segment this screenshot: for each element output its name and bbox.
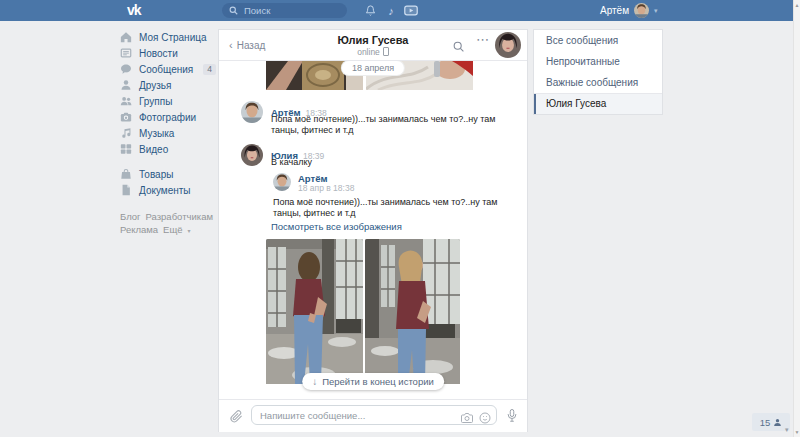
camera-icon[interactable] [461,410,473,428]
chevron-down-icon: ▾ [654,7,658,15]
chat-actions-menu-icon[interactable]: ⋯ [476,32,489,47]
music-icon [120,127,132,139]
messages-filter-menu: Все сообщения Непрочитанные Важные сообщ… [533,29,663,115]
message-input[interactable] [252,406,496,424]
sidebar-label: Сообщения [139,64,193,75]
collapse-chevron-icon[interactable]: ▾ [785,426,789,434]
voice-message-mic-icon[interactable] [506,408,518,427]
unread-counter-badge: 4 [203,64,216,75]
sidebar-label: Документы [139,185,191,196]
sidebar-label: Товары [139,169,173,180]
footer-link-developers[interactable]: Разработчикам [146,211,213,222]
quoted-sender-avatar[interactable] [273,173,291,191]
menu-item-all-messages[interactable]: Все сообщения [534,30,662,51]
vk-app: vk ♪ Артём ▾ ▲ ▼ Моя Страница [0,0,800,437]
mobile-phone-icon [383,47,389,56]
news-icon [120,47,132,59]
window-scrollbar[interactable]: ▲ ▼ [793,0,800,437]
jump-to-end-label: Перейти в конец истории [322,376,434,387]
music-note-icon[interactable]: ♪ [384,0,398,21]
message-text: В качалку [271,157,505,168]
menu-item-unread[interactable]: Непрочитанные [534,51,662,72]
left-sidebar: Моя Страница Новости Сообщения 4 Друзья … [120,29,218,238]
quoted-message-text: Попа моё почтение))...ты занималась чем … [273,197,507,219]
jump-to-end-button[interactable]: ↓Перейти в конец истории [302,373,444,390]
vk-logo[interactable]: vk [127,0,141,21]
date-separator: 18 апреля [342,61,404,75]
topbar-user-avatar [634,3,649,18]
sidebar-label: Группы [139,96,172,107]
message-compose-bar [219,399,527,432]
sidebar-label: Музыка [139,128,174,139]
groups-icon [120,95,132,107]
chat-message-list[interactable]: 18 апреля Артём18:38 Попа моё почтение))… [219,61,527,399]
sidebar-item-groups[interactable]: Группы [120,93,218,109]
footer-link-blog[interactable]: Блог [120,211,141,222]
notifications-bell-icon[interactable] [362,0,378,21]
chevron-down-icon: ▾ [188,228,191,234]
sidebar-label: Новости [139,48,178,59]
market-icon [120,168,132,180]
docs-icon [120,184,132,196]
topbar-user-name: Артём [600,5,629,16]
friends-icon [120,79,132,91]
sidebar-item-messages[interactable]: Сообщения 4 [120,61,218,77]
chat-panel: ‹Назад Юлия Гусева online ⋯ 18 апреля [218,29,528,432]
photos-icon [120,111,132,123]
scroll-down-icon[interactable]: ▼ [794,429,800,435]
emoji-smiley-icon[interactable] [479,410,491,428]
photo-attachment[interactable] [365,239,460,388]
messages-icon [120,63,132,75]
chat-header: ‹Назад Юлия Гусева online ⋯ [219,30,527,61]
person-icon [773,418,782,427]
chat-search-icon[interactable] [452,39,465,57]
sidebar-item-music[interactable]: Музыка [120,125,218,141]
search-icon [229,6,238,15]
chat-peer-avatar[interactable] [495,32,521,58]
sidebar-item-photos[interactable]: Фотографии [120,109,218,125]
sidebar-label: Моя Страница [139,32,207,43]
message-input-field[interactable] [251,405,497,425]
quoted-message-date: 18 апр в 18:38 [298,183,354,193]
top-bar: vk ♪ Артём ▾ [0,0,793,21]
chat-status: online [219,47,527,57]
sidebar-item-video[interactable]: Видео [120,141,218,157]
video-play-icon[interactable] [402,0,420,21]
view-all-images-link[interactable]: Посмотреть все изображения [271,221,402,232]
video-icon [120,143,132,155]
sender-avatar[interactable] [241,144,263,166]
arrow-down-icon: ↓ [312,376,317,387]
global-search[interactable] [222,3,347,18]
topbar-user-menu[interactable]: Артём ▾ [600,0,658,21]
sender-avatar[interactable] [241,101,263,123]
sidebar-item-news[interactable]: Новости [120,45,218,61]
scroll-up-icon[interactable]: ▲ [794,2,800,8]
sidebar-item-documents[interactable]: Документы [120,182,218,198]
message-text: Попа моё почтение))...ты занималась чем … [271,114,505,136]
attach-paperclip-icon[interactable] [230,409,243,427]
sidebar-label: Фотографии [139,112,196,123]
footer-link-ads[interactable]: Реклама [120,224,158,235]
sidebar-item-my-page[interactable]: Моя Страница [120,29,218,45]
home-icon [120,31,132,43]
sidebar-label: Видео [139,144,168,155]
sidebar-item-friends[interactable]: Друзья [120,77,218,93]
sidebar-item-market[interactable]: Товары [120,166,218,182]
search-input[interactable] [242,4,340,17]
quoted-message: Артём 18 апр в 18:38 Попа моё почтение))… [273,173,513,219]
photo-attachment[interactable] [266,239,363,388]
sidebar-group-gap [120,157,218,166]
online-friends-count: 15 [760,417,771,428]
sidebar-footer: БлогРазработчикам РекламаЕщё▾ [120,210,218,238]
sidebar-label: Друзья [139,80,171,91]
footer-link-more[interactable]: Ещё [163,224,182,235]
menu-item-active-conversation[interactable]: Юлия Гусева [534,94,662,114]
menu-item-important[interactable]: Важные сообщения [534,72,662,93]
